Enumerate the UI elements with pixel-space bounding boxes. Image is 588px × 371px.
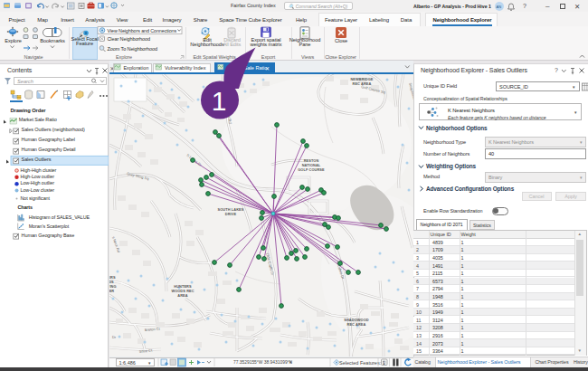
svg-text:CENTER: CENTER (109, 289, 114, 293)
svg-text:REC AREA: REC AREA (347, 322, 366, 327)
svg-text:GOLF COURSE: GOLF COURSE (298, 167, 325, 172)
svg-text:DRIVE: DRIVE (225, 212, 237, 216)
svg-text:AREA: AREA (177, 293, 187, 298)
svg-text:Dr: Dr (112, 335, 117, 339)
